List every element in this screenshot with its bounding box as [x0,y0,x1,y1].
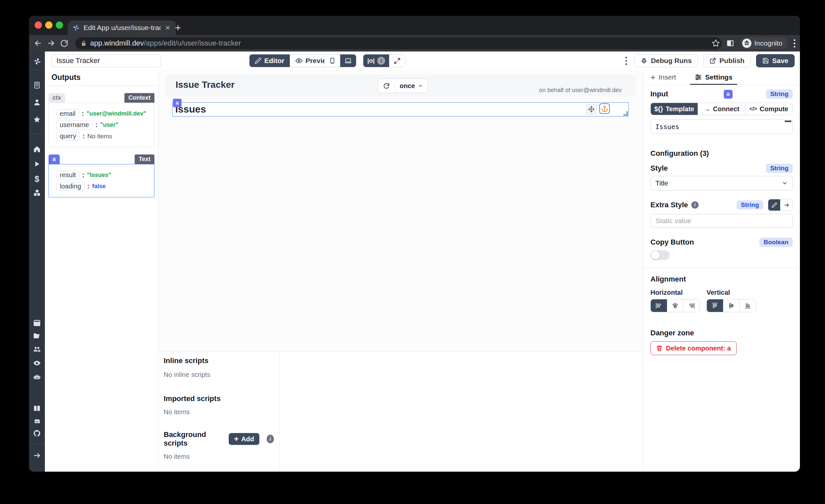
refresh-button[interactable] [378,79,395,93]
align-left-icon[interactable] [651,299,667,312]
output-row[interactable]: email:"user@windmill.dev" [56,109,153,118]
more-menu-icon[interactable] [625,57,627,65]
refresh-control: once [378,79,428,93]
folders-icon[interactable] [33,332,41,340]
save-button[interactable]: Save [756,54,795,67]
static-edit-button[interactable] [768,199,780,211]
component-a-section: a Text result:"Issues" loading:false [49,154,154,197]
tab-close-icon[interactable]: × [164,24,171,32]
output-row[interactable]: query:No items [56,132,153,141]
danger-zone-title: Danger zone [651,329,793,337]
fullscreen-button[interactable] [389,55,405,67]
align-right-icon[interactable] [683,299,699,312]
docs-book-icon[interactable] [33,405,41,413]
align-bottom-icon[interactable] [739,299,756,312]
home-icon[interactable] [33,145,41,153]
canvas-app-title: Issue Tracker [175,80,235,90]
connect-button[interactable] [780,199,792,211]
diff-button[interactable]: |o| i [363,55,389,67]
debug-runs-button[interactable]: Debug Runs [634,54,698,67]
insert-tab[interactable]: + Insert [649,70,678,84]
incognito-badge[interactable]: Incognito [741,37,788,49]
device-toggle [324,54,356,67]
forward-icon[interactable] [47,39,56,48]
favorites-star-icon[interactable] [33,116,41,124]
editor-tab[interactable]: Editor [249,55,290,67]
imported-scripts-empty: No items [164,408,274,416]
save-icon [762,57,769,64]
browser-menu-icon[interactable] [794,39,795,48]
variables-dollar-icon[interactable]: $ [33,174,41,182]
browser-tab[interactable]: Edit App u/user/issue-tracker | × [68,20,176,35]
groups-icon[interactable] [33,345,41,353]
refresh-mode-dropdown[interactable]: once [395,79,428,93]
info-icon[interactable]: i [691,201,699,209]
lock-icon [80,40,87,47]
vertical-label: Vertical [706,289,756,296]
minimize-window-button[interactable] [45,21,53,29]
style-select[interactable]: Title [651,176,793,191]
template-code-editor[interactable]: Issues [651,120,793,134]
output-row[interactable]: loading:false [56,182,153,191]
external-link-icon [709,57,716,64]
plus-icon: + [651,72,655,82]
mobile-view-button[interactable] [325,55,340,67]
scripts-panel: Inline scripts No inline scripts Importe… [158,352,643,472]
trash-icon [656,345,663,352]
align-center-horizontal-icon[interactable] [667,299,683,312]
url-bar[interactable]: app.windmill.dev/apps/edit/u/user/issue-… [75,37,722,49]
component-a-tab[interactable]: a [49,154,60,164]
back-icon[interactable] [34,39,42,48]
alignment-title: Alignment [651,275,793,284]
move-handle-icon[interactable] [586,104,597,115]
connect-mode-button[interactable]: → Connect [698,103,745,115]
plus-icon: + [234,436,239,442]
delete-component-button[interactable]: Delete component: a [651,341,737,355]
editor-preview-toggle: Editor Preview [249,54,337,67]
resources-blocks-icon[interactable] [33,189,41,197]
runs-play-icon[interactable] [33,160,41,168]
workspace-icon[interactable] [33,81,41,89]
schedules-calendar-icon[interactable] [33,319,41,327]
copy-button-label: Copy Button [651,238,694,246]
settings-tab[interactable]: Settings [693,70,735,84]
chevron-down-icon [782,180,788,186]
align-center-vertical-icon[interactable] [723,299,740,312]
side-panel-icon[interactable] [726,39,735,48]
publish-button[interactable]: Publish [703,54,751,67]
windmill-logo-icon[interactable] [33,57,41,65]
add-background-script-button[interactable]: + Add [229,433,259,445]
app-name-input[interactable] [52,54,161,67]
user-icon[interactable] [33,98,41,106]
copy-button-toggle[interactable] [651,250,670,260]
output-row[interactable]: result:"Issues" [56,171,153,179]
style-type-badge: String [766,164,793,173]
phone-icon [329,57,335,64]
vertical-align-group [706,299,756,312]
close-window-button[interactable] [34,21,42,29]
robot-icon[interactable] [33,373,41,381]
template-mode-button[interactable]: ${} Template [651,103,698,115]
extra-style-input[interactable] [651,214,793,228]
resize-handle[interactable] [623,111,628,116]
collapse-arrow-icon[interactable] [33,451,41,459]
ctx-tab[interactable]: ctx [49,93,65,103]
info-icon[interactable]: i [267,435,274,443]
desktop-view-button[interactable] [340,55,356,67]
github-icon[interactable] [33,429,41,437]
incognito-icon [742,39,751,48]
output-row[interactable]: username:"user" [56,121,153,129]
extra-style-label: Extra Style [651,201,688,209]
align-top-icon[interactable] [707,299,723,312]
bookmark-star-icon[interactable] [711,39,720,48]
extra-style-type-badge: String [737,200,763,210]
new-tab-button[interactable]: + [175,22,181,33]
text-component[interactable]: a Issues [172,102,629,117]
discord-icon[interactable] [33,418,41,425]
diff-fullscreen-toggle: |o| i [363,54,405,67]
maximize-window-button[interactable] [56,21,63,29]
reload-icon[interactable] [60,39,68,48]
compute-mode-button[interactable]: </> Compute [745,103,792,115]
audit-eye-icon[interactable] [33,359,41,367]
anchor-icon[interactable] [599,103,610,114]
